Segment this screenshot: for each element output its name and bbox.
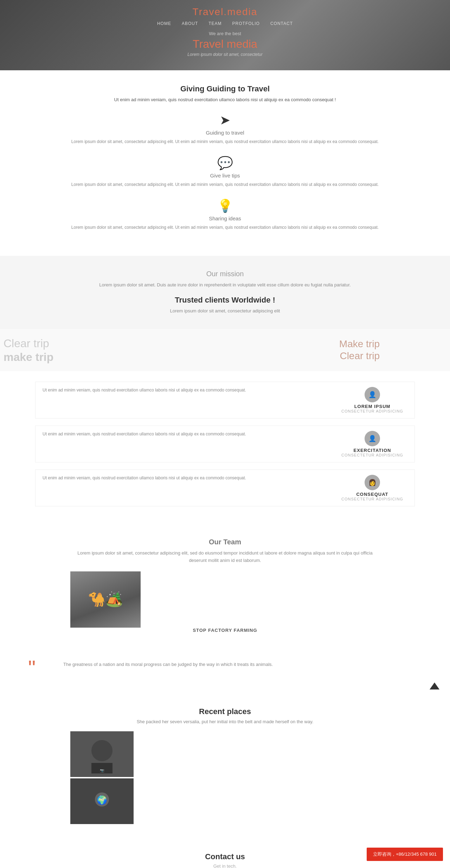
mission-text: Lorem ipsum dolor sit amet. Duis aute ir… — [70, 281, 380, 289]
recent-image-0: 📷 — [70, 731, 134, 777]
testimonial-2: Ut enim ad minim veniam, quis nostrud ex… — [35, 469, 415, 506]
testimonial-text-0: Ut enim ad minim veniam, quis nostrud ex… — [43, 387, 337, 393]
recent-image-1: 🌍 — [70, 778, 134, 824]
quote-section: " The greatness of a nation and its mora… — [0, 650, 450, 679]
testimonial-text-2: Ut enim ad minim veniam, quis nostrud ex… — [43, 475, 337, 481]
hero-title: Travel media — [0, 38, 450, 51]
recent-images: 📷 🌍 — [70, 731, 380, 824]
giving-heading: Giving Guiding to Travel — [70, 84, 380, 93]
testimonial-name-1: EXERCITATION — [354, 448, 391, 453]
nav-home[interactable]: HOME — [157, 21, 171, 26]
testimonial-text-1: Ut enim ad minim veniam, quis nostrud ex… — [43, 431, 337, 437]
trip-left-line1: Clear trip — [4, 337, 53, 350]
svg-text:📷: 📷 — [100, 768, 104, 773]
testimonials-section: Ut enim ad minim veniam, quis nostrud ex… — [0, 371, 450, 524]
hero-logo: Travel.media — [0, 6, 450, 18]
testimonial-1: Ut enim ad minim veniam, quis nostrud ex… — [35, 426, 415, 462]
team-section: Our Team Lorem ipsum dolor sit amet, con… — [0, 524, 450, 650]
trip-right: Make trip Clear trip — [339, 338, 380, 362]
trip-banner: Clear trip make trip Make trip Clear tri… — [0, 329, 450, 371]
trusted-sub: Lorem ipsum dolor sit amet, consectetur … — [70, 307, 380, 315]
trip-left-line2: make trip — [4, 350, 53, 363]
giving-section: Giving Guiding to Travel Ut enim ad mini… — [0, 70, 450, 256]
feature-desc-1: Lorem ipsum dolor sit amet, consectetur … — [70, 181, 380, 188]
feature-desc-2: Lorem ipsum dolor sit amet, consectetur … — [70, 224, 380, 231]
logo-accent: .media — [224, 6, 257, 17]
cta-button[interactable]: 立即咨询，+86/12/345 678 901 — [367, 848, 443, 861]
nav-team[interactable]: TEAM — [208, 21, 221, 26]
avatar-2: 👩 — [365, 475, 380, 490]
contact-sub: Get in tech. — [70, 863, 380, 868]
testimonial-name-2: CONSEQUAT — [356, 492, 388, 497]
feature-title-1: Give live tips — [70, 173, 380, 179]
testimonial-0: Ut enim ad minim veniam, quis nostrud ex… — [35, 382, 415, 419]
trip-right-line2: Clear trip — [339, 350, 380, 362]
mission-section: Our mission Lorem ipsum dolor sit amet. … — [0, 256, 450, 329]
testimonial-role-0: CONSECTETUR ADIPISICING — [341, 409, 403, 413]
team-image-label: STOP FACTORY FARMING — [70, 628, 380, 633]
nav-about[interactable]: ABOUT — [182, 21, 198, 26]
avatar-1: 👤 — [365, 431, 380, 446]
testimonial-role-2: CONSECTETUR ADIPISICING — [341, 497, 403, 501]
nav-contact[interactable]: CONTACT — [270, 21, 293, 26]
contact-heading: Contact us — [70, 852, 380, 861]
trip-right-line1: Make trip — [339, 338, 380, 350]
testimonial-author-0: 👤 LOREM IPSUM CONSECTETUR ADIPISICING — [337, 387, 407, 413]
testimonial-name-0: LOREM IPSUM — [354, 404, 391, 409]
avatar-0: 👤 — [365, 387, 380, 402]
feature-tips: 💬 Give live tips Lorem ipsum dolor sit a… — [70, 156, 380, 188]
hero-section: Travel.media HOME ABOUT TEAM PROTFOLIO C… — [0, 0, 450, 70]
quote-icon: " — [28, 658, 36, 679]
cursor-icon: ➤ — [70, 113, 380, 128]
quote-text: The greatness of a nation and its moral … — [63, 661, 408, 668]
chat-icon: 💬 — [70, 156, 380, 170]
hero-content: Travel.media HOME ABOUT TEAM PROTFOLIO C… — [0, 0, 450, 57]
testimonial-role-1: CONSECTETUR ADIPISICING — [341, 453, 403, 457]
trusted-heading: Trusted clients Worldwide ! — [70, 296, 380, 305]
hero-subtitle: Lorem ipsum dolor sit amet, consectetur — [0, 52, 450, 57]
main-nav: HOME ABOUT TEAM PROTFOLIO CONTACT — [0, 21, 450, 26]
team-heading: Our Team — [70, 538, 380, 546]
recent-sub: She packed her seven versalia, put her i… — [70, 719, 380, 724]
team-desc: Lorem ipsum dolor sit amet, consectetur … — [70, 550, 380, 564]
hero-title-text: Travel — [193, 38, 224, 50]
logo-text: Travel — [193, 6, 224, 17]
nav-portfolio[interactable]: PROTFOLIO — [232, 21, 260, 26]
team-image: 🐪🏕️ — [70, 571, 141, 628]
testimonial-author-1: 👤 EXERCITATION CONSECTETUR ADIPISICING — [337, 431, 407, 457]
testimonial-author-2: 👩 CONSEQUAT CONSECTETUR ADIPISICING — [337, 475, 407, 501]
feature-ideas: 💡 Sharing ideas Lorem ipsum dolor sit am… — [70, 199, 380, 231]
scroll-up-button[interactable] — [430, 682, 439, 689]
bulb-icon: 💡 — [70, 199, 380, 213]
svg-text:🌍: 🌍 — [97, 795, 107, 805]
mission-heading: Our mission — [70, 270, 380, 278]
giving-subheading: Ut enim ad minim veniam, quis nostrud ex… — [70, 97, 380, 102]
feature-title-0: Guiding to travel — [70, 130, 380, 136]
feature-guiding: ➤ Guiding to travel Lorem ipsum dolor si… — [70, 113, 380, 145]
feature-desc-0: Lorem ipsum dolor sit amet, consectetur … — [70, 138, 380, 145]
recent-heading: Recent places — [70, 707, 380, 716]
trip-left: Clear trip make trip — [0, 337, 53, 364]
scroll-up-area — [0, 679, 450, 693]
svg-point-1 — [91, 740, 112, 761]
recent-section: Recent places She packed her seven versa… — [0, 693, 450, 838]
hero-tagline: We are the best — [0, 31, 450, 36]
hero-title-accent: media — [227, 38, 257, 50]
feature-title-2: Sharing ideas — [70, 215, 380, 221]
